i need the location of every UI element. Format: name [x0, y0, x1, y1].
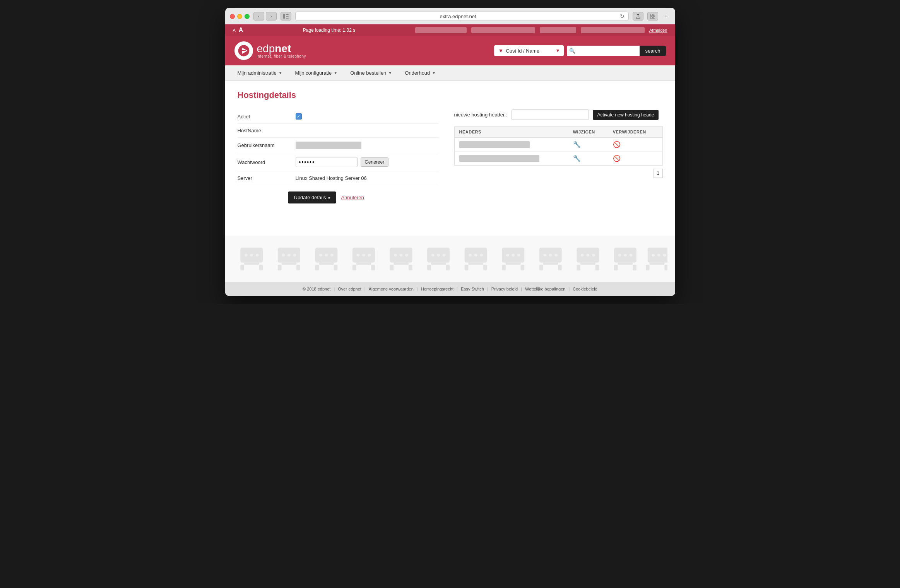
form-actions: Update details » Annuleren — [238, 191, 439, 203]
svg-rect-72 — [558, 265, 562, 270]
nav-item-bestellen[interactable]: Online bestellen ▼ — [344, 65, 399, 80]
nav-item-onderhoud[interactable]: Onderhoud ▼ — [399, 65, 442, 80]
minimize-button[interactable] — [237, 14, 242, 19]
label-hostname: HostName — [238, 128, 288, 133]
update-details-button[interactable]: Update details » — [288, 191, 337, 203]
svg-rect-51 — [446, 265, 450, 270]
search-button[interactable]: search — [640, 46, 666, 56]
svg-rect-21 — [281, 263, 296, 265]
verwijderen-icon-2[interactable]: 🚫 — [613, 155, 621, 162]
page-number-1[interactable]: 1 — [654, 169, 663, 178]
footer-link-privacy[interactable]: Privacy beleid — [491, 287, 518, 291]
footer-link-over[interactable]: Over edpnet — [338, 287, 361, 291]
footer-link-herroeping[interactable]: Herroepingsrecht — [421, 287, 453, 291]
svg-point-61 — [512, 253, 515, 256]
label-server: Server — [238, 175, 288, 181]
wijzigen-1: 🔧 — [568, 138, 608, 152]
genereer-button[interactable]: Genereer — [361, 157, 389, 167]
wijzigen-icon-2[interactable]: 🔧 — [573, 155, 581, 162]
verwijderen-1: 🚫 — [608, 138, 662, 152]
share-button[interactable] — [633, 12, 643, 21]
svg-point-47 — [437, 253, 440, 256]
nav-item-configuratie[interactable]: Mijn configuratie ▼ — [289, 65, 344, 80]
table-row: ████████████ 🔧 🚫 — [454, 138, 662, 152]
annuleren-link[interactable]: Annuleren — [341, 195, 364, 200]
search-input[interactable] — [578, 46, 640, 56]
reload-button[interactable]: ↻ — [620, 13, 625, 19]
svg-point-33 — [362, 253, 365, 256]
table-body: ████████████ 🔧 🚫 — [454, 138, 662, 166]
svg-rect-84 — [618, 263, 633, 265]
svg-point-81 — [618, 253, 621, 256]
password-field: Genereer — [296, 157, 389, 167]
search-magnifier-icon: 🔍 — [567, 48, 578, 54]
user-info-3: ███████ — [540, 27, 577, 33]
blurred-header-1: ████████████ — [459, 141, 530, 148]
verwijderen-2: 🚫 — [608, 152, 662, 166]
nav-arrow-administratie: ▼ — [279, 71, 282, 75]
svg-rect-57 — [464, 265, 468, 270]
nav-item-administratie[interactable]: Mijn administratie ▼ — [231, 65, 289, 80]
sidebar-button[interactable] — [281, 12, 291, 21]
svg-rect-86 — [633, 265, 637, 270]
svg-point-40 — [399, 253, 402, 256]
svg-rect-49 — [431, 263, 446, 265]
svg-point-75 — [586, 253, 589, 256]
header-value-1: ████████████ — [454, 138, 568, 152]
svg-rect-6 — [650, 17, 652, 19]
close-button[interactable] — [230, 14, 235, 19]
font-large-btn[interactable]: A — [239, 27, 243, 34]
font-small-btn[interactable]: A — [233, 28, 236, 32]
footer-sep-5: | — [487, 287, 488, 291]
filter-dropdown[interactable]: ▼ Cust Id / Name ▼ — [494, 45, 564, 56]
tab-view-button[interactable] — [647, 12, 658, 21]
svg-rect-1 — [286, 14, 289, 15]
svg-point-83 — [629, 253, 632, 256]
svg-point-62 — [517, 253, 520, 256]
browser-chrome: ‹ › extra.edpnet.net ↻ + — [225, 8, 675, 24]
svg-rect-22 — [277, 265, 281, 270]
password-input[interactable] — [296, 157, 358, 167]
logo-area: edpnet internet, fiber & telephony — [234, 41, 306, 60]
logo-text: edpnet internet, fiber & telephony — [257, 43, 306, 58]
footer-bar: © 2018 edpnet | Over edpnet | Algemene v… — [225, 282, 675, 296]
details-layout: Actief ✓ HostName Gebruikersnaam ███████… — [238, 109, 663, 203]
nav-label-administratie: Mijn administratie — [238, 70, 277, 76]
checkbox-actief[interactable]: ✓ — [296, 113, 302, 120]
table-header: HEADERS WIJZIGEN VERWIJDEREN — [454, 126, 662, 138]
search-area: ▼ Cust Id / Name ▼ 🔍 search — [494, 45, 666, 56]
new-header-input[interactable] — [512, 109, 589, 120]
wijzigen-icon-1[interactable]: 🔧 — [573, 141, 581, 148]
forward-button[interactable]: › — [266, 12, 277, 21]
svg-rect-92 — [645, 265, 649, 270]
footer-link-easyswitch[interactable]: Easy Switch — [461, 287, 484, 291]
svg-point-60 — [506, 253, 509, 256]
svg-point-25 — [319, 253, 322, 256]
activate-header-button[interactable]: Activate new hosting heade — [593, 110, 659, 120]
svg-rect-15 — [240, 265, 244, 270]
footer-link-cookie[interactable]: Cookiebeleid — [573, 287, 597, 291]
pagination: 1 — [454, 169, 663, 178]
svg-rect-64 — [502, 265, 506, 270]
svg-point-82 — [624, 253, 627, 256]
label-actief: Actief — [238, 114, 288, 120]
svg-point-69 — [554, 253, 558, 256]
blurred-header-2: ███████████████ — [459, 155, 540, 162]
back-button[interactable]: ‹ — [253, 12, 264, 21]
svg-rect-85 — [614, 265, 618, 270]
footer-sep-1: | — [334, 287, 335, 291]
footer-sep-7: | — [568, 287, 570, 291]
new-tab-button[interactable]: + — [662, 12, 671, 21]
svg-rect-58 — [483, 265, 487, 270]
svg-point-67 — [543, 253, 546, 256]
address-bar[interactable]: extra.edpnet.net ↻ — [295, 12, 629, 21]
afmelden-link[interactable]: Afmelden — [649, 28, 667, 32]
user-info-4: ████████████████ — [581, 27, 645, 33]
fullscreen-button[interactable] — [245, 14, 250, 19]
svg-point-46 — [431, 253, 434, 256]
verwijderen-icon-1[interactable]: 🚫 — [613, 141, 621, 148]
footer-link-voorwaarden[interactable]: Algemene voorwaarden — [369, 287, 414, 291]
footer-link-wettelijk[interactable]: Wettelijke bepalingen — [525, 287, 565, 291]
svg-rect-23 — [296, 265, 300, 270]
hosting-form: Actief ✓ HostName Gebruikersnaam ███████… — [238, 109, 439, 203]
